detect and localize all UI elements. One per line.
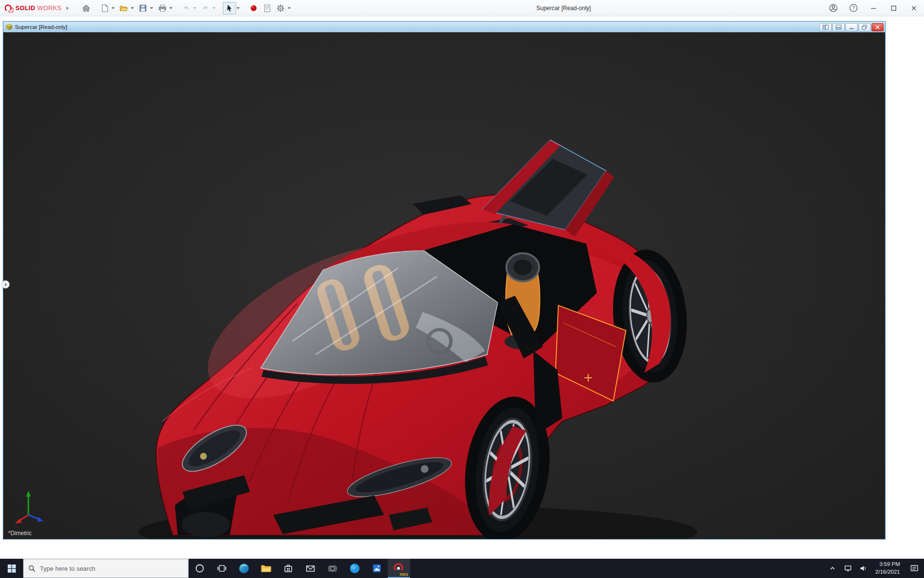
new-document-icon — [100, 4, 109, 13]
help-button[interactable]: ? — [843, 0, 863, 16]
doc-restore-button[interactable] — [859, 23, 871, 31]
window-controls: ? — [823, 0, 924, 16]
search-icon — [28, 565, 36, 572]
app-titlebar: SOLIDWORKS — [0, 0, 924, 16]
assembly-document-icon — [6, 24, 13, 30]
taskbar-app-camera[interactable] — [321, 559, 344, 578]
minimize-icon — [870, 4, 877, 12]
cortana-icon — [195, 564, 205, 573]
save-button[interactable] — [136, 2, 150, 14]
doc-split-pane-bottom-button[interactable] — [833, 23, 845, 31]
select-dropdown[interactable] — [237, 7, 240, 9]
print-dropdown[interactable] — [169, 7, 172, 9]
clock-date: 2/16/2021 — [875, 568, 900, 576]
file-explorer-icon — [260, 563, 272, 574]
close-button[interactable] — [904, 0, 924, 16]
document-window: Supercar [Read-only] — [3, 21, 886, 539]
account-button[interactable] — [823, 0, 843, 16]
taskbar-clock[interactable]: 3:59 PM 2/16/2021 — [875, 561, 900, 576]
task-view-icon — [217, 564, 227, 573]
split-pane-bottom-icon — [835, 25, 842, 30]
doc-close-button[interactable] — [872, 23, 884, 31]
doc-minimize-icon — [848, 25, 855, 30]
open-button[interactable] — [117, 2, 130, 14]
document-title: Supercar [Read-only] — [15, 24, 67, 30]
graphics-viewport[interactable]: *Dimetric — [3, 32, 885, 539]
panel-flyout-tab[interactable] — [1, 280, 10, 289]
new-document-dropdown[interactable] — [112, 7, 115, 9]
print-icon — [158, 4, 167, 13]
task-view-button[interactable] — [211, 559, 233, 578]
edge-icon — [238, 563, 250, 574]
options-dropdown[interactable] — [288, 7, 291, 9]
action-center-icon — [910, 565, 919, 572]
svg-text:?: ? — [852, 5, 855, 11]
taskbar-app-edge[interactable] — [233, 559, 255, 578]
orientation-triad — [11, 487, 45, 525]
rebuild-button[interactable] — [247, 2, 260, 14]
document-titlebar[interactable]: Supercar [Read-only] — [3, 22, 885, 32]
home-icon — [82, 4, 90, 13]
brand-works: WORKS — [37, 4, 62, 12]
minimize-button[interactable] — [863, 0, 884, 16]
save-dropdown[interactable] — [150, 7, 153, 9]
undo-dropdown[interactable] — [193, 7, 196, 9]
volume-button[interactable] — [857, 559, 870, 578]
edge-blue-icon — [349, 563, 360, 574]
save-icon — [139, 4, 147, 13]
rebuild-icon — [249, 4, 258, 13]
taskbar-app-photos[interactable] — [366, 559, 388, 578]
app-window-title: Supercar [Read-only] — [536, 0, 590, 16]
open-dropdown[interactable] — [131, 7, 134, 9]
redo-dropdown[interactable] — [213, 7, 216, 9]
account-icon — [829, 3, 838, 13]
redo-button[interactable] — [199, 2, 212, 14]
print-button[interactable] — [155, 2, 169, 14]
photos-icon — [371, 563, 383, 574]
quick-toolbar — [79, 2, 293, 14]
solidworks-logo: SOLIDWORKS — [0, 4, 69, 13]
redo-icon — [201, 4, 210, 13]
brand-flyout-icon[interactable] — [66, 6, 69, 10]
search-input[interactable] — [40, 565, 175, 572]
network-button[interactable] — [842, 559, 854, 578]
cortana-button[interactable] — [189, 559, 211, 578]
taskbar-app-mail[interactable] — [299, 559, 321, 578]
close-icon — [910, 4, 918, 12]
view-orientation-label: *Dimetric — [8, 530, 32, 537]
clock-time: 3:59 PM — [875, 561, 900, 568]
taskbar-app-solidworks[interactable]: 2021 — [388, 559, 410, 578]
tray-expand-button[interactable] — [826, 559, 839, 578]
undo-icon — [182, 4, 191, 13]
taskbar-app-edge-2[interactable] — [344, 559, 366, 578]
start-button[interactable] — [0, 559, 23, 578]
doc-split-pane-left-button[interactable] — [820, 23, 832, 31]
select-arrow-icon — [225, 4, 234, 13]
action-center-button[interactable] — [905, 559, 924, 578]
taskbar-search[interactable] — [23, 559, 189, 578]
home-button[interactable] — [79, 2, 93, 14]
open-folder-icon — [119, 4, 128, 13]
doc-restore-icon — [861, 25, 868, 30]
options-gear-icon — [276, 4, 285, 13]
supercar-3d-model[interactable] — [3, 32, 885, 539]
maximize-button[interactable] — [884, 0, 904, 16]
select-button[interactable] — [223, 2, 236, 14]
undo-button[interactable] — [180, 2, 193, 14]
document-window-controls — [820, 23, 884, 31]
file-properties-button[interactable] — [260, 2, 274, 14]
help-icon: ? — [849, 3, 858, 13]
solidworks-version-badge: 2021 — [399, 572, 408, 577]
maximize-icon — [890, 4, 898, 12]
doc-close-icon — [874, 25, 881, 30]
doc-minimize-button[interactable] — [846, 23, 858, 31]
camera-icon — [327, 563, 338, 574]
chevron-right-icon — [5, 283, 7, 287]
file-properties-icon — [263, 4, 271, 13]
taskbar-app-file-explorer[interactable] — [255, 559, 277, 578]
taskbar-app-store[interactable] — [277, 559, 299, 578]
new-document-button[interactable] — [98, 2, 111, 14]
brand-solid: SOLID — [15, 4, 35, 12]
taskbar: 2021 3:59 PM — [0, 559, 924, 578]
options-button[interactable] — [274, 2, 287, 14]
